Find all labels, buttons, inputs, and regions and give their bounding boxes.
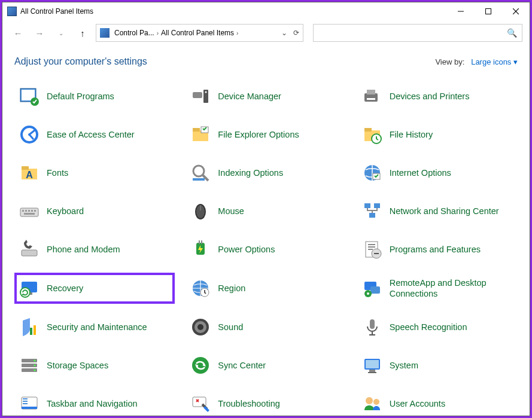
item-label: Programs and Features bbox=[390, 244, 481, 255]
chevron-right-icon[interactable]: › bbox=[157, 30, 159, 36]
viewby-dropdown[interactable]: Large icons ▾ bbox=[471, 57, 518, 66]
programs-and-features-icon bbox=[362, 239, 382, 260]
item-label: Power Options bbox=[218, 244, 275, 255]
item-label: Troubleshooting bbox=[218, 398, 279, 409]
address-bar[interactable]: Control Pa... › All Control Panel Items … bbox=[96, 24, 303, 42]
control-panel-item[interactable]: Internet Options bbox=[357, 158, 518, 188]
page-title: Adjust your computer's settings bbox=[14, 56, 147, 67]
control-panel-item[interactable]: Fonts bbox=[14, 158, 175, 188]
breadcrumb-root[interactable]: Control Pa... bbox=[114, 29, 154, 37]
device-manager-icon bbox=[190, 86, 211, 106]
control-panel-item[interactable]: Mouse bbox=[186, 196, 346, 226]
keyboard-icon bbox=[19, 201, 39, 221]
control-panel-item[interactable]: Device Manager bbox=[186, 81, 346, 111]
recent-dropdown[interactable]: ⌄ bbox=[53, 25, 69, 41]
sync-center-icon bbox=[190, 355, 211, 376]
item-label: Storage Spaces bbox=[47, 360, 108, 371]
control-panel-item[interactable]: RemoteApp and Desktop Connections bbox=[357, 273, 518, 304]
file-history-icon bbox=[362, 124, 382, 145]
item-label: Fonts bbox=[47, 167, 68, 178]
network-and-sharing-center-icon bbox=[362, 201, 382, 221]
refresh-button[interactable]: ⟳ bbox=[293, 29, 299, 37]
search-input[interactable] bbox=[318, 29, 507, 38]
speech-recognition-icon bbox=[362, 317, 382, 337]
ease-of-access-center-icon bbox=[19, 124, 39, 145]
control-panel-item[interactable]: Speech Recognition bbox=[357, 312, 518, 342]
control-panel-icon bbox=[100, 28, 110, 38]
fonts-icon bbox=[19, 163, 39, 183]
breadcrumb-current[interactable]: All Control Panel Items bbox=[161, 29, 234, 37]
control-panel-item[interactable]: Network and Sharing Center bbox=[357, 196, 518, 226]
search-box[interactable]: 🔍 bbox=[313, 24, 523, 42]
control-panel-item[interactable]: User Accounts bbox=[357, 389, 518, 416]
item-label: Network and Sharing Center bbox=[390, 206, 499, 216]
maximize-button[interactable] bbox=[475, 2, 502, 20]
up-button[interactable]: ↑ bbox=[74, 25, 91, 41]
item-label: Sound bbox=[218, 322, 243, 332]
internet-options-icon bbox=[362, 163, 382, 183]
item-label: Recovery bbox=[47, 283, 83, 294]
devices-and-printers-icon bbox=[362, 86, 382, 106]
storage-spaces-icon bbox=[19, 355, 39, 376]
control-panel-item[interactable]: Phone and Modem bbox=[14, 234, 175, 264]
control-panel-item[interactable]: Default Programs bbox=[14, 81, 175, 111]
item-label: Region bbox=[218, 283, 245, 294]
back-button[interactable]: ← bbox=[10, 25, 26, 41]
navbar: ← → ⌄ ↑ Control Pa... › All Control Pane… bbox=[2, 20, 530, 45]
control-panel-item[interactable]: System bbox=[357, 350, 518, 380]
control-panel-item[interactable]: Sync Center bbox=[186, 350, 346, 380]
phone-and-modem-icon bbox=[19, 239, 39, 260]
address-dropdown[interactable]: ⌄ bbox=[281, 29, 287, 37]
minimize-button[interactable] bbox=[447, 2, 475, 20]
power-options-icon bbox=[190, 239, 211, 260]
item-label: File Explorer Options bbox=[218, 129, 299, 140]
control-panel-item[interactable]: Sound bbox=[186, 312, 346, 342]
default-programs-icon bbox=[19, 86, 39, 106]
item-label: Mouse bbox=[218, 206, 244, 216]
item-label: Sync Center bbox=[218, 360, 266, 371]
viewby: View by: Large icons ▾ bbox=[435, 57, 518, 66]
search-icon[interactable]: 🔍 bbox=[507, 28, 517, 38]
items-grid: Default ProgramsDevice ManagerDevices an… bbox=[14, 81, 518, 416]
remoteapp-and-desktop-connections-icon bbox=[362, 278, 382, 298]
chevron-right-icon[interactable]: › bbox=[236, 30, 238, 36]
viewby-label: View by: bbox=[435, 57, 464, 66]
control-panel-item[interactable]: Keyboard bbox=[14, 196, 175, 226]
control-panel-item[interactable]: Troubleshooting bbox=[186, 389, 346, 416]
content-area: Adjust your computer's settings View by:… bbox=[2, 45, 530, 416]
item-label: Default Programs bbox=[47, 91, 114, 102]
close-button[interactable] bbox=[502, 2, 530, 20]
item-label: Devices and Printers bbox=[390, 91, 470, 102]
taskbar-and-navigation-icon bbox=[19, 393, 39, 414]
troubleshooting-icon bbox=[190, 393, 211, 414]
control-panel-item[interactable]: Storage Spaces bbox=[14, 350, 175, 380]
item-label: File History bbox=[390, 129, 433, 140]
titlebar: All Control Panel Items bbox=[2, 2, 530, 20]
svg-rect-1 bbox=[486, 9, 491, 14]
control-panel-item[interactable]: Taskbar and Navigation bbox=[14, 389, 175, 416]
control-panel-item[interactable]: Devices and Printers bbox=[357, 81, 518, 111]
control-panel-icon bbox=[7, 7, 17, 16]
item-label: Taskbar and Navigation bbox=[47, 398, 138, 409]
indexing-options-icon bbox=[190, 163, 211, 183]
recovery-icon bbox=[19, 278, 39, 298]
header-row: Adjust your computer's settings View by:… bbox=[14, 56, 518, 67]
mouse-icon bbox=[190, 201, 211, 221]
control-panel-item[interactable]: Power Options bbox=[186, 234, 346, 264]
forward-button[interactable]: → bbox=[31, 25, 48, 41]
item-label: Keyboard bbox=[47, 206, 84, 216]
item-label: System bbox=[390, 360, 418, 371]
control-panel-item[interactable]: Recovery bbox=[14, 273, 175, 304]
control-panel-item[interactable]: Indexing Options bbox=[186, 158, 346, 188]
control-panel-item[interactable]: File Explorer Options bbox=[186, 120, 346, 149]
item-label: Speech Recognition bbox=[390, 322, 467, 332]
control-panel-item[interactable]: Programs and Features bbox=[357, 234, 518, 264]
control-panel-item[interactable]: File History bbox=[357, 120, 518, 149]
item-label: Indexing Options bbox=[218, 167, 283, 178]
control-panel-item[interactable]: Ease of Access Center bbox=[14, 120, 175, 149]
region-icon bbox=[190, 278, 211, 298]
control-panel-item[interactable]: Security and Maintenance bbox=[14, 312, 175, 342]
control-panel-window: All Control Panel Items ← → ⌄ ↑ Control … bbox=[2, 2, 530, 416]
control-panel-item[interactable]: Region bbox=[186, 273, 346, 304]
security-and-maintenance-icon bbox=[19, 317, 39, 337]
